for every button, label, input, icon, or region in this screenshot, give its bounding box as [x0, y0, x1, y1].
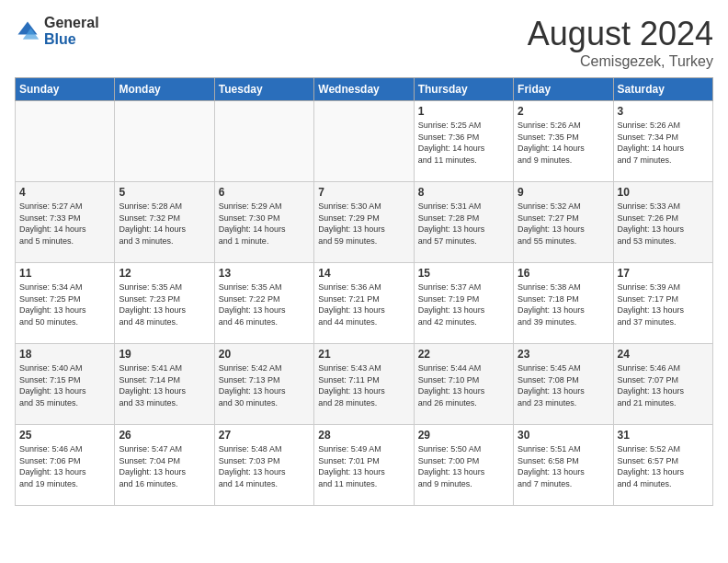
calendar-cell: 12Sunrise: 5:35 AMSunset: 7:23 PMDayligh… — [115, 263, 214, 344]
day-info: Sunrise: 5:47 AMSunset: 7:04 PMDaylight:… — [119, 443, 210, 489]
day-info: Sunrise: 5:46 AMSunset: 7:07 PMDaylight:… — [618, 362, 709, 408]
day-number: 9 — [518, 186, 609, 199]
day-number: 28 — [318, 429, 409, 442]
day-info: Sunrise: 5:26 AMSunset: 7:34 PMDaylight:… — [618, 120, 709, 166]
day-number: 10 — [618, 186, 709, 199]
calendar-cell: 13Sunrise: 5:35 AMSunset: 7:22 PMDayligh… — [214, 263, 313, 344]
day-info: Sunrise: 5:32 AMSunset: 7:27 PMDaylight:… — [518, 201, 609, 247]
calendar-cell: 23Sunrise: 5:45 AMSunset: 7:08 PMDayligh… — [514, 344, 613, 425]
day-number: 3 — [618, 105, 709, 118]
day-number: 8 — [418, 186, 509, 199]
calendar-cell: 15Sunrise: 5:37 AMSunset: 7:19 PMDayligh… — [414, 263, 513, 344]
day-info: Sunrise: 5:27 AMSunset: 7:33 PMDaylight:… — [19, 201, 110, 247]
day-number: 12 — [119, 267, 210, 280]
calendar-cell: 24Sunrise: 5:46 AMSunset: 7:07 PMDayligh… — [613, 344, 712, 425]
logo-general: General — [44, 15, 99, 31]
day-info: Sunrise: 5:37 AMSunset: 7:19 PMDaylight:… — [418, 282, 509, 327]
day-info: Sunrise: 5:30 AMSunset: 7:29 PMDaylight:… — [318, 201, 409, 247]
calendar-week-row: 1Sunrise: 5:25 AMSunset: 7:36 PMDaylight… — [16, 101, 713, 182]
calendar-cell: 3Sunrise: 5:26 AMSunset: 7:34 PMDaylight… — [613, 101, 712, 182]
day-info: Sunrise: 5:38 AMSunset: 7:18 PMDaylight:… — [518, 282, 609, 327]
day-info: Sunrise: 5:36 AMSunset: 7:21 PMDaylight:… — [318, 282, 409, 327]
calendar-week-row: 4Sunrise: 5:27 AMSunset: 7:33 PMDaylight… — [16, 182, 713, 263]
day-info: Sunrise: 5:25 AMSunset: 7:36 PMDaylight:… — [418, 120, 509, 166]
calendar-weekday-header: Tuesday — [214, 78, 313, 101]
day-info: Sunrise: 5:26 AMSunset: 7:35 PMDaylight:… — [518, 120, 609, 166]
day-info: Sunrise: 5:40 AMSunset: 7:15 PMDaylight:… — [19, 362, 110, 408]
calendar-weekday-header: Wednesday — [314, 78, 414, 101]
day-number: 25 — [19, 429, 110, 442]
day-number: 13 — [219, 267, 310, 280]
calendar-cell: 8Sunrise: 5:31 AMSunset: 7:28 PMDaylight… — [414, 182, 513, 263]
calendar-cell: 19Sunrise: 5:41 AMSunset: 7:14 PMDayligh… — [115, 344, 214, 425]
calendar-cell: 14Sunrise: 5:36 AMSunset: 7:21 PMDayligh… — [314, 263, 414, 344]
calendar-cell: 31Sunrise: 5:52 AMSunset: 6:57 PMDayligh… — [613, 425, 712, 506]
calendar-cell: 27Sunrise: 5:48 AMSunset: 7:03 PMDayligh… — [214, 425, 313, 506]
day-number: 7 — [318, 186, 409, 199]
calendar-cell: 29Sunrise: 5:50 AMSunset: 7:00 PMDayligh… — [414, 425, 513, 506]
day-info: Sunrise: 5:43 AMSunset: 7:11 PMDaylight:… — [318, 362, 409, 408]
day-number: 23 — [518, 348, 609, 361]
calendar-cell: 26Sunrise: 5:47 AMSunset: 7:04 PMDayligh… — [115, 425, 214, 506]
calendar-header-row: SundayMondayTuesdayWednesdayThursdayFrid… — [16, 78, 713, 101]
day-number: 21 — [318, 348, 409, 361]
calendar-body: 1Sunrise: 5:25 AMSunset: 7:36 PMDaylight… — [16, 101, 713, 506]
calendar-cell: 11Sunrise: 5:34 AMSunset: 7:25 PMDayligh… — [16, 263, 115, 344]
day-info: Sunrise: 5:51 AMSunset: 6:58 PMDaylight:… — [518, 443, 609, 489]
day-number: 26 — [119, 429, 210, 442]
day-number: 27 — [219, 429, 310, 442]
day-info: Sunrise: 5:46 AMSunset: 7:06 PMDaylight:… — [19, 443, 110, 489]
day-info: Sunrise: 5:44 AMSunset: 7:10 PMDaylight:… — [418, 362, 509, 408]
calendar-cell: 7Sunrise: 5:30 AMSunset: 7:29 PMDaylight… — [314, 182, 414, 263]
day-number: 1 — [418, 105, 509, 118]
day-number: 18 — [19, 348, 110, 361]
day-number: 29 — [418, 429, 509, 442]
calendar-cell: 2Sunrise: 5:26 AMSunset: 7:35 PMDaylight… — [514, 101, 613, 182]
day-number: 15 — [418, 267, 509, 280]
calendar-cell: 28Sunrise: 5:49 AMSunset: 7:01 PMDayligh… — [314, 425, 414, 506]
day-number: 22 — [418, 348, 509, 361]
logo-text: General Blue — [44, 15, 99, 47]
day-info: Sunrise: 5:45 AMSunset: 7:08 PMDaylight:… — [518, 362, 609, 408]
month-title: August 2024 — [528, 15, 713, 53]
calendar-week-row: 25Sunrise: 5:46 AMSunset: 7:06 PMDayligh… — [16, 425, 713, 506]
day-info: Sunrise: 5:29 AMSunset: 7:30 PMDaylight:… — [219, 201, 310, 247]
day-number: 20 — [219, 348, 310, 361]
logo-blue: Blue — [44, 31, 99, 48]
calendar-cell: 17Sunrise: 5:39 AMSunset: 7:17 PMDayligh… — [613, 263, 712, 344]
day-info: Sunrise: 5:35 AMSunset: 7:23 PMDaylight:… — [119, 282, 210, 327]
day-number: 4 — [19, 186, 110, 199]
day-info: Sunrise: 5:52 AMSunset: 6:57 PMDaylight:… — [618, 443, 709, 489]
calendar-cell: 5Sunrise: 5:28 AMSunset: 7:32 PMDaylight… — [115, 182, 214, 263]
page-header: General Blue August 2024 Cemisgezek, Tur… — [15, 15, 713, 70]
day-info: Sunrise: 5:33 AMSunset: 7:26 PMDaylight:… — [618, 201, 709, 247]
day-number: 14 — [318, 267, 409, 280]
calendar-cell — [115, 101, 214, 182]
calendar-cell: 1Sunrise: 5:25 AMSunset: 7:36 PMDaylight… — [414, 101, 513, 182]
location-title: Cemisgezek, Turkey — [528, 53, 713, 70]
calendar-cell: 9Sunrise: 5:32 AMSunset: 7:27 PMDaylight… — [514, 182, 613, 263]
day-info: Sunrise: 5:49 AMSunset: 7:01 PMDaylight:… — [318, 443, 409, 489]
day-info: Sunrise: 5:31 AMSunset: 7:28 PMDaylight:… — [418, 201, 509, 247]
calendar-week-row: 18Sunrise: 5:40 AMSunset: 7:15 PMDayligh… — [16, 344, 713, 425]
day-info: Sunrise: 5:35 AMSunset: 7:22 PMDaylight:… — [219, 282, 310, 327]
logo: General Blue — [15, 15, 99, 47]
title-block: August 2024 Cemisgezek, Turkey — [528, 15, 713, 70]
calendar-cell: 25Sunrise: 5:46 AMSunset: 7:06 PMDayligh… — [16, 425, 115, 506]
calendar-cell — [314, 101, 414, 182]
calendar-weekday-header: Sunday — [16, 78, 115, 101]
day-number: 31 — [618, 429, 709, 442]
calendar-cell: 10Sunrise: 5:33 AMSunset: 7:26 PMDayligh… — [613, 182, 712, 263]
day-info: Sunrise: 5:28 AMSunset: 7:32 PMDaylight:… — [119, 201, 210, 247]
calendar-weekday-header: Saturday — [613, 78, 712, 101]
logo-icon — [15, 18, 40, 44]
calendar-cell — [16, 101, 115, 182]
day-number: 24 — [618, 348, 709, 361]
day-number: 17 — [618, 267, 709, 280]
day-info: Sunrise: 5:42 AMSunset: 7:13 PMDaylight:… — [219, 362, 310, 408]
calendar-weekday-header: Thursday — [414, 78, 513, 101]
calendar-cell — [214, 101, 313, 182]
day-number: 2 — [518, 105, 609, 118]
calendar-weekday-header: Monday — [115, 78, 214, 101]
calendar-cell: 6Sunrise: 5:29 AMSunset: 7:30 PMDaylight… — [214, 182, 313, 263]
